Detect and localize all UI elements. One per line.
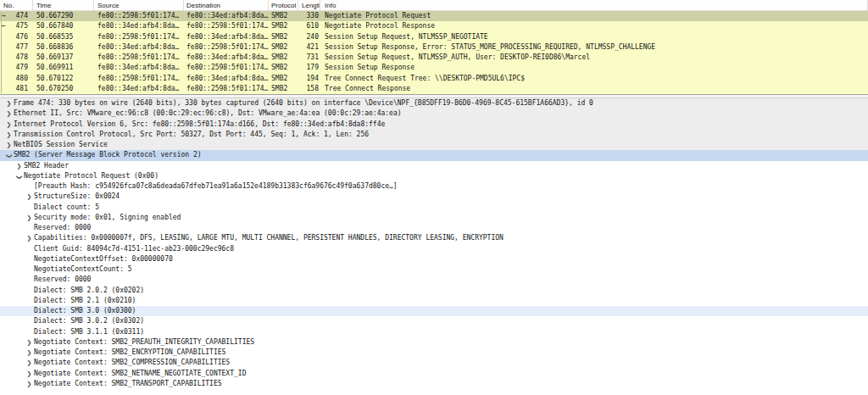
chevron-collapsed-icon[interactable]: ❯: [4, 140, 14, 150]
column-header-destination[interactable]: Destination: [184, 0, 269, 10]
tree-item[interactable]: ❯ Frame 474: 330 bytes on wire (2640 bit…: [0, 98, 868, 108]
tree-item[interactable]: ❯ Capabilities: 0x0000007f, DFS, LEASING…: [0, 233, 868, 243]
tree-item[interactable]: [Preauth Hash: c954926fca07c8a6deada67df…: [0, 181, 868, 192]
tree-item[interactable]: ❯ Security mode: 0x01, Signing enabled: [0, 213, 868, 223]
tree-item[interactable]: Dialect count: 5: [0, 203, 868, 213]
packet-row[interactable]: ←475 50.667840 fe80::34ed:afb4:8da… fe80…: [0, 21, 868, 31]
packet-destination: fe80::2598:5f01:174…: [184, 84, 269, 94]
tree-item-label: StructureSize: 0x0024: [34, 192, 120, 202]
tree-item[interactable]: Reserved: 0000: [0, 223, 868, 233]
tree-item-label: Dialect: SMB 2.0.2 (0x0202): [34, 286, 144, 296]
tree-item[interactable]: Dialect: SMB 3.0 (0x0300): [0, 306, 868, 316]
chevron-collapsed-icon[interactable]: ❯: [25, 213, 34, 223]
packet-row[interactable]: 480 50.670122 fe80::2598:5f01:174… fe80:…: [0, 74, 868, 84]
column-header-protocol[interactable]: Protocol: [269, 0, 298, 10]
chevron-collapsed-icon[interactable]: ❯: [25, 369, 34, 379]
chevron-expanded-icon[interactable]: ❯: [3, 152, 14, 161]
column-header-time[interactable]: Time: [33, 0, 94, 10]
chevron-spacer: [25, 316, 34, 326]
tree-item-label: SMB2 Header: [24, 161, 69, 171]
column-header-info[interactable]: Info: [320, 0, 868, 10]
packet-details-pane: ❯ Frame 474: 330 bytes on wire (2640 bit…: [0, 98, 868, 395]
column-header-no[interactable]: No.: [0, 0, 33, 10]
packet-no: 478: [16, 53, 28, 61]
chevron-collapsed-icon[interactable]: ❯: [25, 233, 34, 243]
packet-row[interactable]: 476 50.668535 fe80::2598:5f01:174… fe80:…: [0, 32, 868, 42]
tree-item[interactable]: ❯ Negotiate Protocol Request (0x00): [0, 171, 868, 181]
chevron-collapsed-icon[interactable]: ❯: [25, 379, 34, 389]
tree-item[interactable]: ❯ StructureSize: 0x0024: [0, 192, 868, 202]
packet-source: fe80::34ed:afb4:8da…: [94, 84, 184, 94]
tree-item[interactable]: ❯ Ethernet II, Src: VMware_ec:96:c8 (00:…: [0, 108, 868, 119]
column-header-length[interactable]: Length: [298, 0, 320, 10]
packet-list-header: No.TimeSourceDestinationProtocolLengthIn…: [0, 0, 868, 11]
chevron-expanded-icon[interactable]: ❯: [14, 172, 24, 181]
packet-destination: fe80::2598:5f01:174…: [184, 63, 269, 73]
chevron-collapsed-icon[interactable]: ❯: [25, 337, 34, 348]
tree-item[interactable]: NegotiateContextOffset: 0x00000070: [0, 254, 868, 264]
packet-protocol: SMB2: [269, 84, 298, 94]
packet-list-pane: No.TimeSourceDestinationProtocolLengthIn…: [0, 0, 868, 94]
packet-destination: fe80::2598:5f01:174…: [184, 21, 269, 31]
packet-destination: fe80::2598:5f01:174…: [184, 42, 269, 53]
packet-source: fe80::2598:5f01:174…: [94, 53, 184, 63]
packet-list-body: →474 50.667290 fe80::2598:5f01:174… fe80…: [0, 11, 868, 94]
packet-protocol: SMB2: [269, 74, 298, 84]
chevron-spacer: [25, 203, 34, 213]
chevron-collapsed-icon[interactable]: ❯: [14, 161, 24, 171]
chevron-collapsed-icon[interactable]: ❯: [25, 348, 34, 358]
tree-item[interactable]: ❯ Negotiate Context: SMB2_TRANSPORT_CAPA…: [0, 379, 868, 389]
tree-item[interactable]: ❯ Negotiate Context: SMB2_ENCRYPTION_CAP…: [0, 348, 868, 358]
tree-item-label: Negotiate Context: SMB2_PREAUTH_INTEGRIT…: [34, 337, 254, 348]
packet-length: 610: [298, 21, 320, 31]
tree-item[interactable]: Reserved: 0000: [0, 275, 868, 285]
packet-length: 179: [298, 63, 320, 73]
packet-source: fe80::2598:5f01:174…: [94, 74, 184, 84]
tree-item[interactable]: ❯ Internet Protocol Version 6, Src: fe80…: [0, 120, 868, 130]
tree-item-label: Reserved: 0000: [34, 275, 91, 285]
tree-item-label: [Preauth Hash: c954926fca07c8a6deada67df…: [34, 181, 398, 192]
packet-row[interactable]: 481 50.670250 fe80::34ed:afb4:8da… fe80:…: [0, 84, 868, 94]
tree-item-label: NegotiateContextOffset: 0x00000070: [34, 254, 173, 264]
tree-item[interactable]: Dialect: SMB 2.1 (0x0210): [0, 296, 868, 306]
tree-item[interactable]: ❯ Transmission Control Protocol, Src Por…: [0, 130, 868, 140]
chevron-spacer: [25, 327, 34, 337]
chevron-collapsed-icon[interactable]: ❯: [25, 358, 34, 368]
packet-info: Negotiate Protocol Request: [320, 11, 868, 21]
tree-item[interactable]: ❯ NetBIOS Session Service: [0, 140, 868, 150]
tree-item-label: Negotiate Context: SMB2_COMPRESSION_CAPA…: [34, 358, 230, 368]
packet-row[interactable]: →474 50.667290 fe80::2598:5f01:174… fe80…: [0, 11, 868, 21]
tree-item[interactable]: Client Guid: 84094c7d-4151-11ec-ab23-000…: [0, 244, 868, 254]
tree-item[interactable]: ❯ Negotiate Context: SMB2_NETNAME_NEGOTI…: [0, 369, 868, 379]
tree-item[interactable]: Dialect: SMB 3.1.1 (0x0311): [0, 327, 868, 337]
packet-no: 481: [16, 85, 28, 92]
packet-row[interactable]: 479 50.669911 fe80::34ed:afb4:8da… fe80:…: [0, 63, 868, 73]
packet-protocol: SMB2: [269, 32, 298, 42]
chevron-collapsed-icon[interactable]: ❯: [4, 98, 14, 108]
packet-time: 50.670122: [33, 74, 94, 84]
tree-item[interactable]: ❯ SMB2 (Server Message Block Protocol ve…: [0, 150, 868, 160]
packet-no: 480: [16, 75, 28, 82]
chevron-collapsed-icon[interactable]: ❯: [4, 108, 14, 119]
tree-item-label: Capabilities: 0x0000007f, DFS, LEASING, …: [34, 233, 504, 243]
packet-row[interactable]: 478 50.669137 fe80::2598:5f01:174… fe80:…: [0, 53, 868, 63]
chevron-collapsed-icon[interactable]: ❯: [4, 120, 14, 130]
tree-item[interactable]: Dialect: SMB 2.0.2 (0x0202): [0, 286, 868, 296]
packet-time: 50.667290: [33, 11, 94, 21]
chevron-collapsed-icon[interactable]: ❯: [4, 130, 14, 140]
tree-item-label: Client Guid: 84094c7d-4151-11ec-ab23-000…: [34, 244, 234, 254]
packet-protocol: SMB2: [269, 53, 298, 63]
packet-length: 240: [298, 32, 320, 42]
tree-item[interactable]: ❯ Negotiate Context: SMB2_PREAUTH_INTEGR…: [0, 337, 868, 348]
column-header-source[interactable]: Source: [94, 0, 184, 10]
tree-item[interactable]: NegotiateContextCount: 5: [0, 264, 868, 275]
chevron-collapsed-icon[interactable]: ❯: [25, 192, 34, 202]
tree-item[interactable]: ❯ SMB2 Header: [0, 161, 868, 171]
packet-info: Tree Connect Request Tree: \\DESKTOP-PMD…: [320, 74, 868, 84]
packet-row[interactable]: 477 50.668836 fe80::34ed:afb4:8da… fe80:…: [0, 42, 868, 53]
packet-info: Session Setup Request, NTLMSSP_NEGOTIATE: [320, 32, 868, 42]
packet-no: 476: [16, 33, 28, 41]
tree-item[interactable]: ❯ Negotiate Context: SMB2_COMPRESSION_CA…: [0, 358, 868, 368]
tree-item-label: Dialect: SMB 2.1 (0x0210): [34, 296, 136, 306]
tree-item[interactable]: Dialect: SMB 3.0.2 (0x0302): [0, 316, 868, 326]
